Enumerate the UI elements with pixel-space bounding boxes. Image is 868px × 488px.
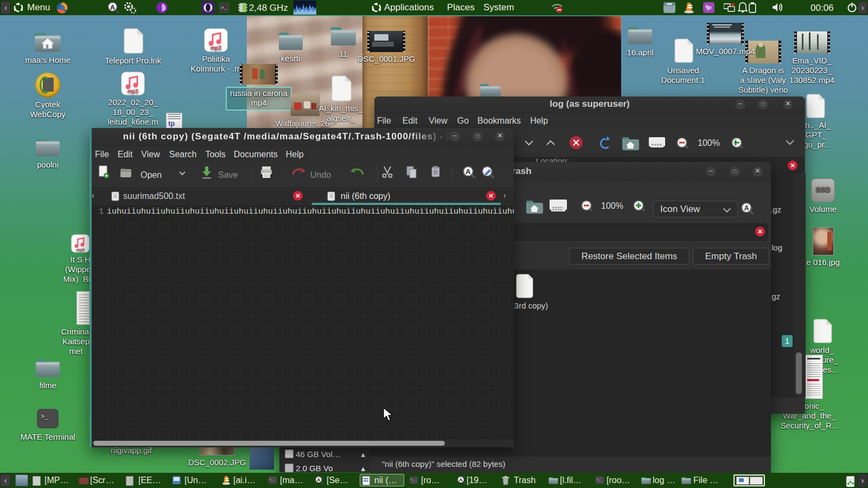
- svg-text:Undo: Undo: [310, 170, 331, 179]
- svg-text:A: A: [465, 168, 471, 176]
- svg-text:A: A: [744, 204, 749, 212]
- svg-text:100%: 100%: [698, 138, 720, 147]
- svg-text:>_: >_: [221, 5, 227, 11]
- svg-text:Open: Open: [141, 170, 162, 179]
- svg-text:100%: 100%: [601, 201, 623, 210]
- svg-text:Save: Save: [218, 170, 238, 179]
